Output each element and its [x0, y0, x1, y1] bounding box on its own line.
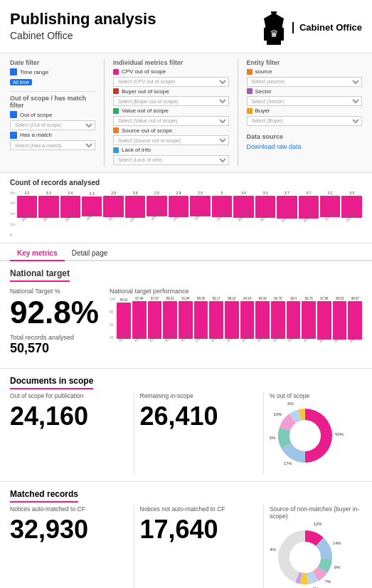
docs-divider — [134, 392, 134, 474]
tab-detail-page[interactable]: Detail page — [65, 246, 115, 261]
perf-bar-top-label: 93.17 — [213, 297, 220, 300]
count-bar-group: 3.32021-09 — [255, 191, 275, 226]
scope-select[interactable]: Select (Out of scope) — [10, 120, 95, 130]
docs-section: Documents in scope Out of scope for publ… — [0, 369, 372, 482]
entity-filter-label: Entity filter — [247, 59, 363, 66]
donut-label: 44% — [270, 547, 277, 552]
bar-top-label: 3.2 — [24, 191, 29, 195]
perf-bar-top-label: 87.87 — [151, 297, 159, 300]
perf-bar-top-label: 98.87 — [351, 297, 359, 300]
docs-divider-2 — [263, 392, 264, 474]
buyer-entity-dot — [247, 108, 253, 114]
sector-entity-select[interactable]: Select (Sector) — [247, 96, 363, 106]
matched-not-value: 17,640 — [140, 515, 258, 545]
count-bar-group: 3.72021-11 — [299, 191, 319, 226]
gov-name: Cabinet Office — [292, 22, 362, 34]
count-chart-wrapper: 4m 3m 2m 1m 0 3.22020-103.32020-113.4202… — [10, 191, 362, 237]
value-select[interactable]: Select (Value out of scope) — [113, 116, 229, 126]
header: Publishing analysis Cabinet Office ♛ Cab… — [0, 0, 372, 53]
svg-text:♛: ♛ — [269, 28, 278, 39]
gov-crest-icon: ♛ — [261, 10, 287, 46]
source-dot — [113, 127, 119, 133]
buyer-item: Buyer out of scope — [113, 88, 229, 95]
download-link[interactable]: Download raw data — [247, 143, 363, 150]
lack-dot — [113, 147, 119, 153]
donut-label: 17% — [284, 461, 293, 466]
matched-divider-2 — [263, 505, 264, 589]
docs-remaining-col: Remaining in-scope 26,410 — [140, 392, 258, 431]
count-bar-group: 3.42021-08 — [233, 191, 253, 226]
perf-bar-group: 97.962021-11 — [317, 297, 331, 350]
bar-top-label: 2.5 — [154, 191, 159, 195]
time-range-label: Time range — [20, 69, 48, 75]
count-bar-chart: 3.22020-103.32020-113.42020-122.32021-01… — [17, 191, 362, 237]
count-bar-group: 3.42020-12 — [60, 191, 80, 226]
matched-source-label: Source of non-matches (buyer in-scope) — [270, 505, 362, 520]
source-item: Source out of scope — [113, 127, 229, 134]
perf-bar-top-label: 89.01 — [166, 297, 174, 300]
perf-bar-top-label: 92.76 — [274, 297, 282, 300]
docs-title: Documents in scope — [10, 376, 93, 389]
donut-label: 12% — [314, 522, 323, 526]
cpv-item: CPV out of scope — [113, 68, 229, 75]
svg-rect-5 — [267, 41, 281, 45]
national-target-section: National target National Target % 92.8% … — [0, 261, 372, 369]
target-percent-value: 92.8% — [10, 297, 102, 328]
lack-label: Lack of info — [122, 147, 151, 153]
matched-donut-col: Source of non-matches (buyer in-scope) 1… — [270, 505, 362, 589]
bar-top-label: 3.7 — [285, 191, 289, 195]
perf-bar-top-label: 88.02 — [228, 297, 235, 300]
matched-not-col: Notices not auto-matched to CF 17,640 — [140, 505, 258, 545]
target-percent-label: National Target % — [10, 288, 102, 295]
time-range-checkbox[interactable] — [10, 68, 17, 75]
has-match-select[interactable]: Select (Has a match) — [10, 140, 95, 150]
perf-bar-group: 88.052021-03 — [194, 297, 208, 350]
total-records-value: 50,570 — [10, 341, 102, 356]
buyer-entity-select[interactable]: Select (Buyer) — [247, 116, 363, 126]
time-range-toggle[interactable]: Time range — [10, 68, 95, 75]
cpv-select[interactable]: Select (CPV out of scope) — [113, 77, 229, 87]
count-y-axis: 4m 3m 2m 1m 0 — [10, 191, 16, 237]
perf-bar-top-label: 90.4 — [290, 297, 297, 300]
bar-top-label: 3 — [221, 191, 223, 195]
sector-entity-label: Sector — [255, 88, 272, 95]
docs-remaining-value: 26,410 — [140, 401, 258, 431]
perf-bar — [225, 301, 239, 339]
perf-bar-top-label: 88.05 — [197, 297, 205, 300]
count-bar-group: 3.22020-10 — [17, 191, 37, 226]
donut-label: 6% — [287, 401, 294, 406]
count-chart-section: Count of records analysed 4m 3m 2m 1m 0 … — [0, 173, 372, 243]
matched-divider — [134, 505, 134, 589]
has-match-checkbox[interactable] — [10, 132, 17, 139]
lack-select[interactable]: Select (Lack of info) — [113, 155, 229, 165]
bar-top-label: 2.9 — [111, 191, 116, 195]
perf-bar-top-label: 98.63 — [336, 297, 344, 300]
perf-bar — [163, 301, 177, 339]
source-select[interactable]: Select (Source out of scope) — [113, 135, 229, 145]
has-match-label: Has a match — [20, 132, 52, 138]
source-entity-item: source — [247, 68, 363, 75]
donut-label: 13% — [270, 435, 276, 439]
count-bar-group: 32021-07 — [212, 191, 232, 226]
perf-bar-group: 85.512020-10 — [117, 297, 131, 350]
count-bar-group: 3.72021-10 — [277, 191, 297, 226]
perf-bar-group: 87.942020-11 — [132, 297, 147, 350]
tab-key-metrics[interactable]: Key metrics — [10, 246, 65, 261]
docs-donut-chart: 50%17%13%10%6% — [270, 401, 355, 473]
count-bar-group: 3.12021-12 — [320, 191, 340, 226]
buyer-label: Buyer out of scope — [122, 88, 169, 95]
bar-top-label: 3.3 — [349, 191, 354, 195]
perf-bar — [348, 301, 362, 340]
national-target-row: National Target % 92.8% Total records an… — [10, 288, 362, 361]
source-entity-select[interactable]: Select (source) — [247, 77, 363, 87]
scope-checkbox[interactable] — [10, 111, 17, 118]
perf-bar-group: 87.872020-12 — [148, 297, 162, 350]
perf-bar-top-label: 94.34 — [259, 297, 267, 300]
bar-top-label: 2.3 — [90, 191, 95, 196]
data-source-label: Data source — [247, 133, 363, 140]
perf-bar-group: 89.012021-01 — [163, 297, 177, 350]
bar-top-label: 3.4 — [68, 191, 73, 195]
buyer-select[interactable]: Select (Buyer out of scope) — [113, 96, 229, 106]
donut-label: 9% — [334, 565, 341, 569]
sector-entity-item: Sector — [247, 88, 363, 95]
